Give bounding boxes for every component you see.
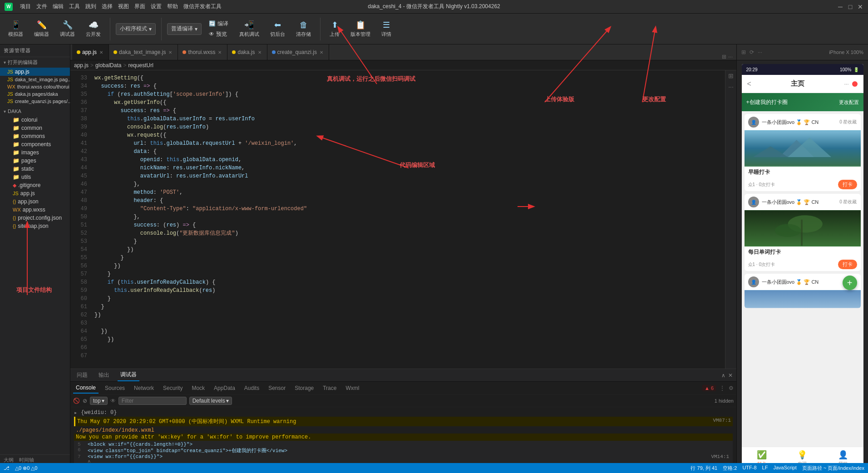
console-tab-debugger[interactable]: 调试器	[118, 369, 139, 381]
sidebar-file-daka[interactable]: JS daka.js pages/daka	[0, 90, 70, 98]
sidebar-folder-common[interactable]: 📁 common	[0, 124, 70, 132]
console-tab-output[interactable]: 输出	[96, 370, 112, 381]
timeline-label[interactable]: 时间轴	[19, 457, 34, 463]
checkin-button-1[interactable]: 打卡	[838, 180, 857, 189]
tab-close-daka[interactable]: ✕	[168, 50, 173, 55]
upload-button[interactable]: ⬆ 上传	[326, 18, 343, 39]
preview-layout-icon[interactable]: ⊞	[741, 49, 746, 55]
console-settings-icon[interactable]: ⚙	[729, 385, 734, 391]
sidebar-folder-pages[interactable]: 📁 pages	[0, 157, 70, 165]
console-eye-icon[interactable]: 👁	[110, 398, 116, 404]
debugger-button[interactable]: 🔧 调试器	[56, 18, 79, 39]
cloud-button[interactable]: ☁️ 云开发	[82, 18, 104, 39]
menu-project[interactable]: 项目	[20, 3, 31, 10]
outline-label[interactable]: 大纲	[4, 457, 14, 463]
phone-banner[interactable]: +创建我的打卡圈 更改配置	[742, 93, 863, 111]
menu-tools[interactable]: 工具	[69, 3, 80, 10]
menu-help[interactable]: 帮助	[167, 3, 178, 10]
console-clear-icon[interactable]: 🚫	[73, 398, 80, 404]
breadcrumb-item-3[interactable]: requestUrl	[128, 62, 153, 69]
subtab-console[interactable]: Console	[73, 383, 99, 394]
console-collapse-icon[interactable]: ∧	[721, 372, 725, 379]
subtab-sensor[interactable]: Sensor	[266, 383, 288, 393]
sidebar-folder-commons[interactable]: 📁 commons	[0, 132, 70, 140]
tab-close-create-quanzi[interactable]: ✕	[319, 50, 324, 55]
tab-close-daka-js[interactable]: ✕	[257, 50, 262, 55]
language-mode[interactable]: JavaScript	[773, 465, 796, 472]
sidebar-folder-utils[interactable]: 📁 utils	[0, 173, 70, 181]
sidebar-file-thorui[interactable]: WX thorui.wxss colou/thorui	[0, 83, 70, 90]
tab-close-app-js[interactable]: ✕	[99, 50, 104, 55]
sidebar-folder-static[interactable]: 📁 static	[0, 165, 70, 173]
sidebar-file-sitemap[interactable]: {} sitemap.json	[0, 222, 70, 230]
console-pause-icon[interactable]: ⊘	[83, 398, 87, 404]
menu-interface[interactable]: 界面	[134, 3, 145, 10]
split-editor-icon[interactable]: ⊞	[722, 54, 726, 60]
breadcrumb-item-2[interactable]: globalData	[95, 62, 121, 69]
menu-wechat-devtools[interactable]: 微信开发者工具	[183, 3, 222, 10]
daka-project-section[interactable]: DAKA	[0, 107, 70, 116]
console-filter-input[interactable]	[118, 397, 187, 405]
sidebar-file-app-js[interactable]: JS app.js	[0, 68, 70, 76]
tab-app-js[interactable]: app.js ✕	[72, 44, 109, 60]
menu-select[interactable]: 选择	[102, 3, 113, 10]
add-card-fab-button[interactable]: +	[843, 276, 857, 290]
sidebar-file-project-config[interactable]: {} project.config.json	[0, 214, 70, 222]
breadcrumb-item-1[interactable]: app.js	[74, 62, 89, 69]
tab-daka-text-image[interactable]: daka_text_image.js ✕	[109, 44, 178, 60]
console-more-icon[interactable]: ⋮	[720, 385, 725, 391]
sidebar-file-app-js-root[interactable]: JS app.js	[0, 189, 70, 197]
preview-button[interactable]: 👁 预览	[205, 30, 232, 39]
details-button[interactable]: ☰ 详情	[378, 18, 395, 39]
top-filter-dropdown[interactable]: top ▾	[90, 397, 108, 405]
compile-mode-dropdown[interactable]: 普通编译 ▾	[167, 23, 202, 35]
menu-goto[interactable]: 跳到	[85, 3, 96, 10]
menu-file[interactable]: 文件	[36, 3, 47, 10]
real-machine-button[interactable]: 📲 真机调试	[236, 18, 263, 39]
console-close-icon[interactable]: ✕	[728, 372, 733, 379]
sidebar-file-gitignore[interactable]: ◆ .gitignore	[0, 181, 70, 189]
subtab-wxml[interactable]: Wxml	[343, 383, 362, 393]
clear-button[interactable]: 🗑 清存储	[292, 19, 315, 39]
more-icon[interactable]: ···	[728, 83, 734, 90]
expand-icon[interactable]: ▸	[74, 409, 77, 416]
subtab-appdata[interactable]: AppData	[211, 383, 238, 393]
sidebar-file-app-json[interactable]: {} app.json	[0, 197, 70, 206]
sidebar-folder-images[interactable]: 📁 images	[0, 148, 70, 157]
opened-editors-section[interactable]: 打开的编辑器	[0, 57, 70, 68]
minimap-icon[interactable]: ⊞	[728, 72, 734, 79]
code-editor[interactable]: wx.getSetting({ success: res => { if (re…	[91, 70, 725, 369]
close-button[interactable]: ✕	[857, 4, 863, 10]
back-button[interactable]: ⬅ 切后台	[266, 18, 289, 39]
version-mgr-button[interactable]: 📋 版本管理	[347, 18, 374, 39]
tab-thorui[interactable]: thorui.wxss ✕	[178, 44, 227, 60]
subtab-storage[interactable]: Storage	[292, 383, 316, 393]
preview-rotate-icon[interactable]: ⟳	[750, 49, 754, 55]
subtab-network[interactable]: Network	[131, 383, 157, 393]
level-filter-dropdown[interactable]: Default levels ▾	[189, 397, 232, 405]
sidebar-folder-colorui[interactable]: 📁 colorui	[0, 116, 70, 124]
preview-more-icon[interactable]: ···	[758, 49, 762, 55]
subtab-sources[interactable]: Sources	[102, 383, 128, 393]
more-tabs-icon[interactable]: ···	[728, 54, 733, 60]
subtab-trace[interactable]: Trace	[320, 383, 339, 393]
checkin-button-2[interactable]: 打卡	[838, 260, 857, 269]
miniprogram-mode-dropdown[interactable]: 小程序模式 ▾	[116, 23, 156, 35]
menu-edit[interactable]: 编辑	[53, 3, 64, 10]
tab-create-quanzi[interactable]: create_quanzi.js ✕	[267, 44, 329, 60]
sidebar-folder-components[interactable]: 📁 components	[0, 140, 70, 148]
console-tab-problem[interactable]: 问题	[74, 370, 90, 381]
menu-view[interactable]: 视图	[118, 3, 129, 10]
subtab-mock[interactable]: Mock	[189, 383, 207, 393]
compile-button[interactable]: 🔄 编译	[205, 19, 232, 29]
subtab-audits[interactable]: Audits	[242, 383, 262, 393]
tab-daka-js[interactable]: daka.js ✕	[227, 44, 267, 60]
subtab-security[interactable]: Security	[160, 383, 185, 393]
simulator-button[interactable]: 📱 模拟器	[5, 18, 27, 39]
sidebar-file-create-quanzi[interactable]: JS create_quanzi.js pages/...	[0, 98, 70, 105]
menu-settings[interactable]: 设置	[151, 3, 162, 10]
nav-more-icon[interactable]: ···	[844, 81, 848, 87]
sidebar-file-daka-text-image[interactable]: JS daka_text_image.js pag...	[0, 76, 70, 83]
tab-close-thorui[interactable]: ✕	[217, 50, 222, 55]
minimize-button[interactable]: ─	[837, 4, 843, 10]
